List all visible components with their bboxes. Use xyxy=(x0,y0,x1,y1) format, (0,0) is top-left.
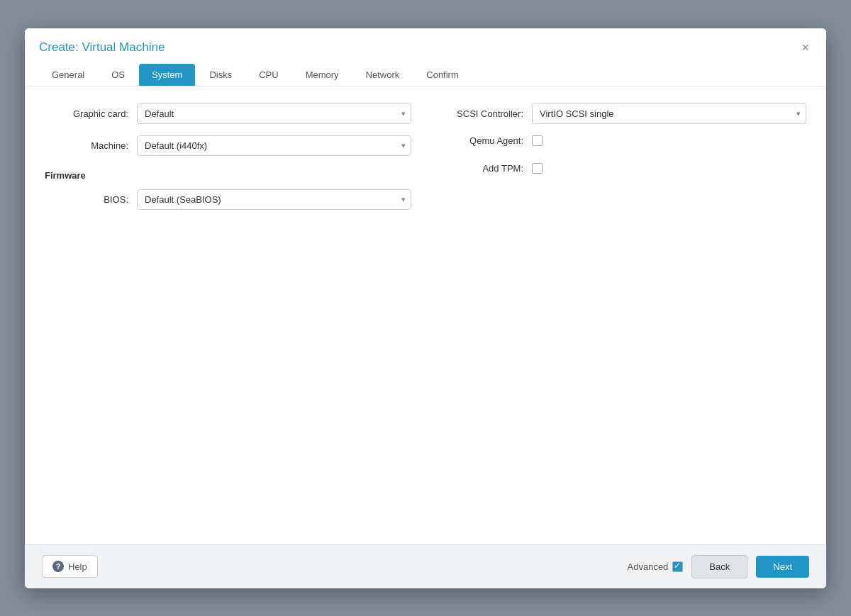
advanced-wrap: Advanced xyxy=(628,561,684,572)
close-button[interactable]: × xyxy=(799,40,812,55)
bios-select[interactable]: Default (SeaBIOS) xyxy=(137,189,411,210)
add-tpm-checkbox-wrap xyxy=(532,163,543,174)
back-button[interactable]: Back xyxy=(691,555,747,578)
machine-row: Machine: Default (i440fx) ▾ xyxy=(45,135,411,156)
bios-select-wrap: Default (SeaBIOS) ▾ xyxy=(137,189,411,210)
next-button[interactable]: Next xyxy=(756,556,809,578)
firmware-section-label: Firmware xyxy=(45,170,411,181)
dialog-footer: ? Help Advanced Back Next xyxy=(25,544,826,588)
add-tpm-checkbox[interactable] xyxy=(532,163,543,174)
graphic-card-select[interactable]: Default xyxy=(137,103,411,124)
tab-memory[interactable]: Memory xyxy=(293,64,352,86)
graphic-card-select-wrap: Default ▾ xyxy=(137,103,411,124)
create-vm-dialog: Create: Virtual Machine × General OS Sys… xyxy=(25,28,826,588)
tab-confirm[interactable]: Confirm xyxy=(413,64,472,86)
help-label: Help xyxy=(68,561,87,572)
add-tpm-row: Add TPM: xyxy=(440,163,806,174)
advanced-label: Advanced xyxy=(628,561,669,572)
tab-general[interactable]: General xyxy=(39,64,97,86)
form-left: Graphic card: Default ▾ Machine: Default… xyxy=(45,103,411,221)
add-tpm-label: Add TPM: xyxy=(440,163,532,174)
machine-select-wrap: Default (i440fx) ▾ xyxy=(137,135,411,156)
qemu-agent-checkbox-wrap xyxy=(532,135,543,146)
dialog-header: Create: Virtual Machine × xyxy=(25,28,826,55)
dialog-body: Graphic card: Default ▾ Machine: Default… xyxy=(25,86,826,544)
scsi-controller-row: SCSI Controller: VirtIO SCSI single ▾ xyxy=(440,103,806,124)
qemu-agent-label: Qemu Agent: xyxy=(440,135,532,146)
machine-label: Machine: xyxy=(45,140,137,151)
form-grid: Graphic card: Default ▾ Machine: Default… xyxy=(45,103,806,221)
graphic-card-label: Graphic card: xyxy=(45,108,137,119)
graphic-card-row: Graphic card: Default ▾ xyxy=(45,103,411,124)
scsi-controller-select[interactable]: VirtIO SCSI single xyxy=(532,103,806,124)
tab-os[interactable]: OS xyxy=(99,64,138,86)
bios-row: BIOS: Default (SeaBIOS) ▾ xyxy=(45,189,411,210)
dialog-title: Create: Virtual Machine xyxy=(39,40,165,55)
form-right: SCSI Controller: VirtIO SCSI single ▾ Qe… xyxy=(440,103,806,221)
bios-label: BIOS: xyxy=(45,194,137,205)
tab-bar: General OS System Disks CPU Memory Netwo… xyxy=(25,55,826,86)
scsi-controller-label: SCSI Controller: xyxy=(440,108,532,119)
tab-cpu[interactable]: CPU xyxy=(246,64,291,86)
tab-system[interactable]: System xyxy=(139,64,195,86)
tab-network[interactable]: Network xyxy=(353,64,413,86)
qemu-agent-checkbox[interactable] xyxy=(532,135,543,146)
advanced-checkbox[interactable] xyxy=(672,561,683,572)
qemu-agent-row: Qemu Agent: xyxy=(440,135,806,146)
footer-right: Advanced Back Next xyxy=(628,555,809,578)
tab-disks[interactable]: Disks xyxy=(196,64,245,86)
machine-select[interactable]: Default (i440fx) xyxy=(137,135,411,156)
help-button[interactable]: ? Help xyxy=(42,555,98,578)
help-icon: ? xyxy=(52,561,64,572)
scsi-controller-select-wrap: VirtIO SCSI single ▾ xyxy=(532,103,806,124)
